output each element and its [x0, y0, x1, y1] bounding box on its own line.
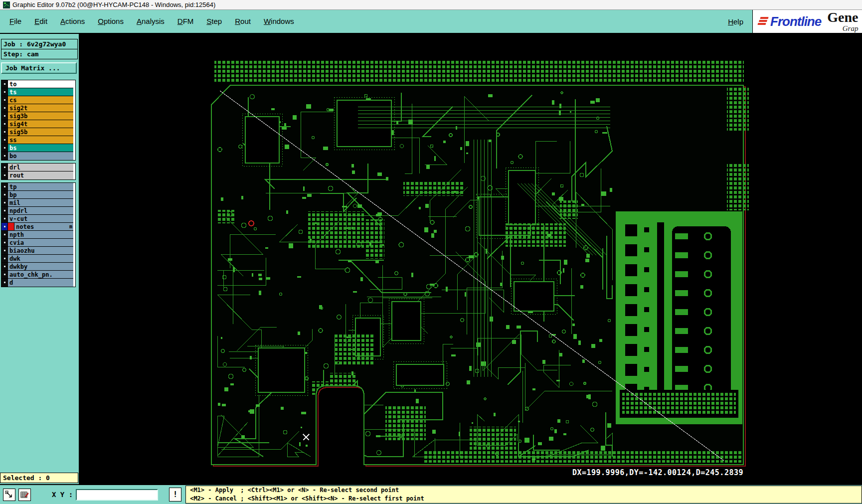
layer-row-d[interactable]: d — [1, 279, 73, 287]
layer-toggle-button[interactable] — [1, 279, 8, 287]
job-label: Job : 6v2g72wya0 — [1, 39, 77, 49]
layer-toggle-button[interactable] — [1, 183, 8, 190]
layer-name: npth — [8, 231, 73, 238]
layer-row-dwkby[interactable]: dwkby — [1, 263, 73, 271]
layer-row-bo[interactable]: bo — [1, 152, 73, 160]
layer-toggle-button[interactable] — [1, 80, 8, 88]
layer-toggle-button[interactable] — [1, 223, 8, 230]
layer-work-indicator[interactable] — [8, 223, 14, 230]
layer-row-cvia[interactable]: cvia — [1, 239, 73, 247]
layer-row-bp[interactable]: bp — [1, 191, 73, 199]
layer-toggle-button[interactable] — [1, 112, 8, 120]
top-pad-grid — [214, 60, 744, 83]
product-name: Gene Grap — [827, 10, 858, 33]
layer-name: sig3b — [8, 112, 73, 120]
layer-toggle-button[interactable] — [1, 247, 8, 254]
layer-row-bs[interactable]: bs — [1, 144, 73, 152]
menu-help[interactable]: Help — [719, 17, 752, 26]
layer-toggle-button[interactable] — [1, 152, 8, 160]
layer-toggle-button[interactable] — [1, 136, 8, 144]
layer-row-sig5b[interactable]: sig5b — [1, 128, 73, 136]
layer-toggle-button[interactable] — [1, 88, 8, 96]
layer-name: sig2t — [8, 104, 73, 112]
layer-row-sig2t[interactable]: sig2t — [1, 104, 73, 112]
layer-name: cs — [8, 96, 73, 104]
layer-list: to ts cs sig2t sig3b — [0, 80, 79, 287]
layer-toggle-button[interactable] — [1, 128, 8, 136]
sidebar: Job : 6v2g72wya0 Step: cam Job Matrix ..… — [0, 34, 79, 484]
layer-row-auto_chk_pn.[interactable]: auto_chk_pn. — [1, 271, 73, 279]
menu-step[interactable]: Step — [200, 17, 228, 25]
canvas-area[interactable]: DX=199.9996,DY=-142.00124,D=245.2839 — [79, 34, 862, 484]
grid-edit-tool-button[interactable] — [18, 489, 31, 501]
bottom-toolbar: X Y : ! <M1> - Apply ; <Ctrl><M1> or <N>… — [0, 484, 862, 504]
window-title: Graphic Editor 9.07b2 (00@HY-HYCAM-PC148… — [12, 1, 215, 8]
layer-toggle-button[interactable] — [1, 171, 8, 179]
layer-row-dwk[interactable]: dwk — [1, 255, 73, 263]
layer-toggle-button[interactable] — [1, 104, 8, 112]
menu-bar: FileEditActionsOptionsAnalysisDFMStepRou… — [0, 10, 862, 34]
menu-file[interactable]: File — [3, 17, 28, 25]
menu-dfm[interactable]: DFM — [171, 17, 200, 25]
right-pad-grid-mid — [727, 163, 749, 210]
layer-toggle-button[interactable] — [1, 164, 8, 171]
grid-edit-icon — [20, 491, 29, 499]
layer-row-drl[interactable]: drl — [1, 164, 73, 171]
xy-input[interactable] — [76, 489, 158, 501]
layer-row-ss[interactable]: ss — [1, 136, 73, 144]
layer-toggle-button[interactable] — [1, 263, 8, 270]
job-matrix-button[interactable]: Job Matrix ... — [1, 62, 77, 74]
layer-toggle-button[interactable] — [1, 207, 8, 214]
alert-button[interactable]: ! — [169, 488, 181, 502]
layer-toggle-button[interactable] — [1, 120, 8, 128]
layer-row-ts[interactable]: ts — [1, 88, 73, 96]
layer-row-rout[interactable]: rout — [1, 171, 73, 179]
menu-options[interactable]: Options — [91, 17, 130, 25]
layer-toggle-button[interactable] — [1, 144, 8, 152]
menu-edit[interactable]: Edit — [28, 17, 54, 25]
layer-row-npdrl[interactable]: npdrl — [1, 207, 73, 215]
frontline-logo: Frontline — [770, 14, 821, 29]
layer-name: auto_chk_pn. — [8, 271, 73, 278]
layer-row-tp[interactable]: tp — [1, 183, 73, 191]
layer-row-notes[interactable]: notes m — [1, 223, 73, 231]
layer-name: dwkby — [8, 263, 73, 270]
prompt-line-1: <M1> - Apply ; <Ctrl><M1> or <N> - Re-se… — [190, 486, 858, 495]
measure-readout: DX=199.9996,DY=-142.00124,D=245.2839 — [572, 468, 743, 477]
layer-row-sig4t[interactable]: sig4t — [1, 120, 73, 128]
layer-toggle-button[interactable] — [1, 215, 8, 222]
menu-rout[interactable]: Rout — [228, 17, 257, 25]
layer-name: bs — [8, 144, 73, 152]
layer-name: sig5b — [8, 128, 73, 136]
layer-row-biaozhu[interactable]: biaozhu — [1, 247, 73, 255]
pcb-canvas[interactable] — [79, 34, 862, 484]
menu-analysis[interactable]: Analysis — [130, 17, 171, 25]
frontline-stripes-icon — [756, 16, 769, 27]
layer-row-npth[interactable]: npth — [1, 231, 73, 239]
right-pad-grid-top — [727, 88, 749, 131]
menu-actions[interactable]: Actions — [54, 17, 91, 25]
layer-toggle-button[interactable] — [1, 231, 8, 238]
layer-row-mil[interactable]: mil — [1, 199, 73, 207]
layer-toggle-button[interactable] — [1, 271, 8, 278]
layer-name: biaozhu — [8, 247, 73, 254]
layer-name: to — [8, 80, 73, 88]
selected-count: Selected : 0 — [0, 473, 78, 483]
layer-row-to[interactable]: to — [1, 80, 73, 88]
layer-name: notes m — [14, 223, 73, 230]
layer-marker: m — [69, 224, 72, 229]
layer-toggle-button[interactable] — [1, 96, 8, 104]
application-window: Graphic Editor 9.07b2 (00@HY-HYCAM-PC148… — [0, 0, 862, 504]
layer-toggle-button[interactable] — [1, 255, 8, 262]
layer-row-sig3b[interactable]: sig3b — [1, 112, 73, 120]
layer-row-cs[interactable]: cs — [1, 96, 73, 104]
menu-windows[interactable]: Windows — [257, 17, 301, 25]
layer-row-v-cut[interactable]: v-cut — [1, 215, 73, 223]
layer-name: ts — [8, 88, 73, 96]
measure-tool-button[interactable] — [3, 489, 15, 501]
layer-name: mil — [8, 199, 73, 206]
brand-area: Frontline Gene Grap — [752, 10, 862, 33]
layer-toggle-button[interactable] — [1, 239, 8, 246]
layer-toggle-button[interactable] — [1, 199, 8, 206]
layer-toggle-button[interactable] — [1, 191, 8, 198]
